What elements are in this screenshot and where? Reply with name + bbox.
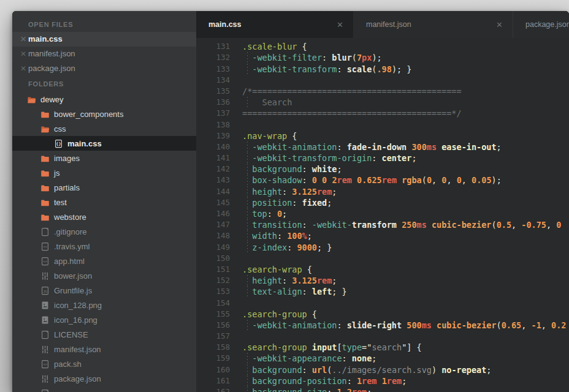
- open-files-list: ✕main.css✕manifest.json✕package.json: [12, 32, 196, 76]
- open-file-label: main.css: [28, 32, 63, 47]
- tree-item-.travis.yml[interactable]: <>.travis.yml: [12, 239, 196, 254]
- tree-item-webstore[interactable]: webstore: [12, 209, 196, 224]
- close-file-icon[interactable]: ✕: [18, 47, 28, 61]
- code-line: 146 top: 0;: [196, 208, 569, 219]
- tree-item-test[interactable]: test: [12, 195, 196, 209]
- tree-item-label: bower.json: [54, 271, 92, 281]
- code-line-content: Search: [242, 97, 569, 108]
- open-file-label: package.json: [28, 61, 75, 76]
- line-number: 153: [196, 286, 242, 297]
- code-line-content: ========================================…: [242, 108, 569, 119]
- line-number: 145: [196, 197, 242, 208]
- code-line: 162 background-size: 1.2rem;: [196, 386, 569, 392]
- line-number: 140: [196, 141, 242, 153]
- tree-item-label: .gitignore: [54, 227, 86, 236]
- code-line: 147 transition: -webkit-transform 250ms …: [196, 219, 569, 230]
- code-line-content: position: fixed;: [242, 197, 569, 208]
- line-number: 155: [196, 309, 242, 320]
- tab-label: manifest.json: [366, 20, 411, 29]
- tree-item-label: main.css: [67, 139, 102, 148]
- tree-item-LICENSE[interactable]: LICENSE: [12, 327, 196, 342]
- tree-item-css[interactable]: css: [12, 121, 196, 136]
- svg-text:{}: {}: [56, 141, 61, 146]
- code-line: 159 -webkit-appearance: none;: [196, 353, 569, 364]
- file-code-icon: <>: [40, 360, 50, 369]
- file-sliders-icon: [40, 345, 50, 354]
- close-file-icon[interactable]: ✕: [18, 32, 28, 47]
- line-number: 144: [196, 186, 242, 197]
- code-line-content: transition: -webkit-transform 250ms cubi…: [242, 219, 569, 230]
- tree-item-bower.json[interactable]: bower.json: [12, 268, 196, 283]
- open-file-manifest.json[interactable]: ✕manifest.json: [12, 47, 196, 61]
- code-line: 160 background: url(../images/search.svg…: [196, 364, 569, 375]
- code-line: 131.scale-blur {: [196, 41, 569, 52]
- tree-item-js[interactable]: js: [12, 165, 196, 180]
- line-number: 142: [196, 164, 242, 175]
- tab-manifest.json[interactable]: manifest.json✕: [354, 11, 513, 38]
- folder-open-icon: [40, 124, 50, 134]
- tree-item-Gruntfile.js[interactable]: JSGruntfile.js: [12, 283, 196, 298]
- line-number: 135: [196, 86, 242, 97]
- line-number: 148: [196, 230, 242, 241]
- file-sliders-icon: [40, 374, 50, 383]
- tree-item-.gitignore[interactable]: .gitignore: [12, 224, 196, 239]
- line-number: 158: [196, 342, 242, 353]
- tree-item-label: webstore: [54, 213, 86, 222]
- open-file-main.css[interactable]: ✕main.css: [12, 32, 196, 47]
- code-line: 155.search-group {: [196, 309, 569, 320]
- svg-text:<>: <>: [43, 361, 48, 366]
- code-line: 149 z-index: 9000; }: [196, 242, 569, 253]
- code-line-content: -webkit-transform-origin: center;: [242, 153, 569, 164]
- tree-item-label: package.json: [54, 374, 101, 383]
- code-line-content: height: 3.125rem;: [242, 186, 569, 197]
- file-doc-icon: [40, 389, 50, 392]
- tree-item-manifest.json[interactable]: manifest.json: [12, 342, 196, 356]
- line-number: 137: [196, 108, 242, 119]
- tree-item-dewey[interactable]: dewey: [12, 92, 196, 107]
- line-number: 139: [196, 130, 242, 141]
- code-editor[interactable]: 130131.scale-blur {132 -webkit-filter: b…: [196, 38, 569, 392]
- tree-item-label: css: [54, 124, 66, 134]
- tree-item-label: icon_128.png: [54, 301, 102, 310]
- file-code-icon: <>: [40, 257, 50, 266]
- code-line-content: -webkit-animation: slide-right 500ms cub…: [242, 320, 569, 331]
- file-braces-icon: {}: [54, 139, 63, 148]
- tree-item-main.css[interactable]: {}main.css: [12, 136, 196, 151]
- tree-item-label: dewey: [40, 95, 64, 104]
- code-line-content: [242, 119, 569, 130]
- tree-item-partial[interactable]: [12, 386, 196, 392]
- folder-icon: [40, 154, 50, 163]
- code-line-content: [242, 253, 569, 264]
- tree-item-label: Gruntfile.js: [54, 286, 92, 295]
- line-number: 141: [196, 153, 242, 164]
- tab-package.json[interactable]: package.json: [513, 11, 569, 38]
- close-file-icon[interactable]: ✕: [18, 61, 28, 76]
- folder-open-icon: [27, 95, 36, 104]
- code-line-content: background-position: 1rem 1rem;: [242, 375, 569, 386]
- tree-item-app.html[interactable]: <>app.html: [12, 254, 196, 268]
- desktop-background: OPEN FILES ✕main.css✕manifest.json✕packa…: [0, 0, 569, 392]
- tree-item-icon_16.png[interactable]: icon_16.png: [12, 312, 196, 327]
- tab-main.css[interactable]: main.css✕: [196, 11, 354, 38]
- code-line: 153 text-align: left; }: [196, 286, 569, 297]
- file-image-icon: [40, 301, 50, 310]
- tree-item-label: bower_components: [54, 110, 123, 119]
- tab-close-icon[interactable]: ✕: [335, 20, 345, 29]
- open-files-header: OPEN FILES: [12, 17, 196, 32]
- sidebar: OPEN FILES ✕main.css✕manifest.json✕packa…: [12, 11, 196, 392]
- tab-close-icon[interactable]: ✕: [495, 20, 504, 29]
- tree-item-bower_components[interactable]: bower_components: [12, 107, 196, 121]
- tree-item-pack.sh[interactable]: <>pack.sh: [12, 356, 196, 371]
- tree-item-label: LICENSE: [54, 330, 88, 339]
- folder-icon: [40, 213, 50, 222]
- tree-item-partials[interactable]: partials: [12, 180, 196, 195]
- line-number: 134: [196, 75, 242, 86]
- code-line: 136 Search: [196, 97, 569, 108]
- svg-text:JS: JS: [43, 289, 47, 293]
- tree-item-images[interactable]: images: [12, 151, 196, 165]
- code-line-content: width: 100%;: [242, 230, 569, 241]
- open-file-package.json[interactable]: ✕package.json: [12, 61, 196, 76]
- file-image-icon: [40, 315, 50, 325]
- tree-item-package.json[interactable]: package.json: [12, 371, 196, 386]
- tree-item-icon_128.png[interactable]: icon_128.png: [12, 298, 196, 312]
